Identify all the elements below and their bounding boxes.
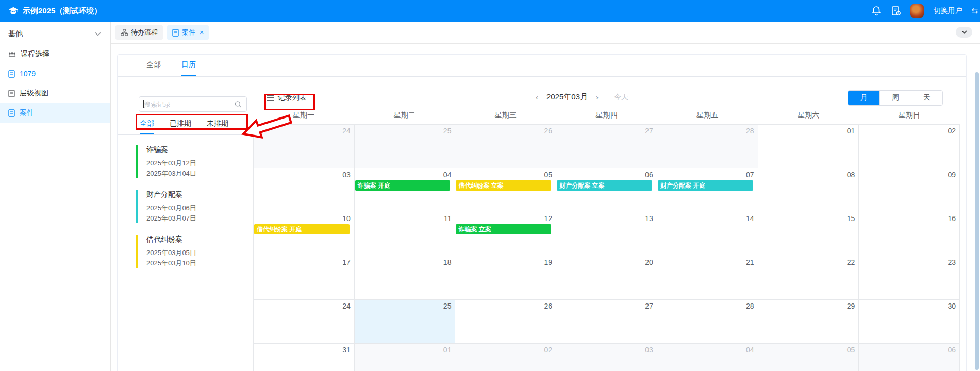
day-number: 09 [859, 168, 959, 179]
tab-calendar[interactable]: 日历 [181, 55, 196, 76]
close-tab-icon[interactable]: × [200, 29, 204, 36]
view-month-button[interactable]: 月 [848, 91, 879, 105]
calendar-event[interactable]: 借代纠纷案 立案 [456, 180, 551, 191]
calendar-cell[interactable]: 02 [455, 344, 556, 371]
filter-tabs: 全部 已排期 未排期 [118, 112, 253, 135]
calendar-cell[interactable]: 16 [859, 212, 960, 256]
swap-arrows-icon[interactable]: ⇆ [971, 6, 978, 15]
sidebar-item-course-select[interactable]: 课程选择 [0, 44, 110, 64]
calendar-cell[interactable]: 14 [657, 212, 758, 256]
case-item-fraud[interactable]: 诈骗案 2025年03月12日 2025年03月04日 [136, 145, 253, 178]
day-number: 19 [455, 256, 556, 266]
calendar-cell[interactable]: 25 [355, 125, 456, 168]
report-clock-icon[interactable] [891, 6, 901, 16]
calendar-cell[interactable]: 29 [758, 300, 859, 344]
case-item-property[interactable]: 财产分配案 2025年03月06日 2025年03月07日 [136, 190, 253, 223]
list-icon [267, 95, 274, 101]
next-month-button[interactable]: › [596, 93, 599, 101]
sidebar-group-header[interactable]: 基他 [0, 24, 110, 44]
calendar-cell[interactable]: 31 [254, 344, 355, 371]
day-number: 06 [556, 168, 657, 179]
collapse-tabs-button[interactable] [956, 27, 972, 38]
calendar-cell[interactable]: 18 [355, 256, 456, 300]
calendar-cell[interactable]: 04 [657, 344, 758, 371]
calendar-cell[interactable]: 15 [758, 212, 859, 256]
calendar-cell[interactable]: 21 [657, 256, 758, 300]
calendar-cell[interactable]: 11 [355, 212, 456, 256]
case-list: 诈骗案 2025年03月12日 2025年03月04日 财产分配案 2025年0… [118, 135, 253, 268]
card-body: 全部 已排期 未排期 诈骗案 2025年03月12日 2025年03月04日 [118, 77, 966, 371]
calendar-event[interactable]: 诈骗案 立案 [456, 224, 551, 234]
calendar-cell[interactable]: 24 [254, 300, 355, 344]
bell-icon[interactable] [871, 6, 882, 16]
record-list-button[interactable]: 记录列表 [267, 93, 307, 103]
calendar-cell[interactable]: 05借代纠纷案 立案 [455, 168, 556, 212]
calendar-cell[interactable]: 01 [355, 344, 456, 371]
workspace-tab-todo-flow[interactable]: 待办流程 [115, 25, 163, 40]
day-number: 25 [355, 125, 455, 135]
day-number: 14 [657, 212, 758, 223]
calendar-cell[interactable]: 24 [254, 125, 355, 168]
calendar-event[interactable]: 诈骗案 开庭 [355, 180, 451, 191]
calendar-cell[interactable]: 28 [657, 125, 758, 168]
workspace-tab-cases[interactable]: 案件 × [167, 25, 209, 40]
day-number: 01 [355, 344, 455, 354]
view-day-button[interactable]: 天 [911, 91, 942, 105]
day-number: 24 [254, 125, 354, 135]
calendar-cell[interactable]: 02 [859, 125, 960, 168]
calendar-cell[interactable]: 06 [859, 344, 960, 371]
calendar-event[interactable]: 借代纠纷案 开庭 [254, 224, 350, 234]
calendar-week-row: 0304诈骗案 开庭05借代纠纷案 立案06财产分配案 立案07财产分配案 开庭… [254, 168, 960, 212]
calendar-cell[interactable]: 17 [254, 256, 355, 300]
calendar-cell[interactable]: 06财产分配案 立案 [556, 168, 657, 212]
calendar-cell[interactable]: 26 [455, 125, 556, 168]
day-number: 28 [657, 300, 758, 310]
calendar-cell[interactable]: 10借代纠纷案 开庭 [254, 212, 355, 256]
switch-user-button[interactable]: 切换用户 [933, 6, 962, 15]
calendar-cell[interactable]: 03 [254, 168, 355, 212]
calendar-cell[interactable]: 22 [758, 256, 859, 300]
calendar-cell[interactable]: 30 [859, 300, 960, 344]
calendar-week-row: 10借代纠纷案 开庭1112诈骗案 立案13141516 [254, 212, 960, 256]
search-box[interactable] [139, 96, 247, 112]
calendar-cell[interactable]: 01 [758, 125, 859, 168]
calendar-cell[interactable]: 28 [657, 300, 758, 344]
calendar-cell[interactable]: 20 [556, 256, 657, 300]
sidebar-item-hierarchy-view[interactable]: 层级视图 [0, 83, 110, 103]
prev-month-button[interactable]: ‹ [536, 93, 538, 101]
calendar-view-switch: 月 周 天 [848, 90, 943, 106]
calendar-cell[interactable]: 05 [758, 344, 859, 371]
calendar-cell[interactable]: 03 [556, 344, 657, 371]
search-icon[interactable] [235, 100, 242, 108]
sidebar-item-1079[interactable]: 1079 [0, 64, 110, 83]
filter-tab-all[interactable]: 全部 [140, 119, 154, 134]
calendar-cell[interactable]: 13 [556, 212, 657, 256]
weekday-label: 星期六 [758, 111, 859, 124]
case-name: 财产分配案 [146, 190, 253, 199]
calendar-cell-today[interactable]: 25 [355, 300, 456, 344]
calendar-cell[interactable]: 04诈骗案 开庭 [355, 168, 456, 212]
calendar-cell[interactable]: 27 [556, 125, 657, 168]
calendar-event[interactable]: 财产分配案 开庭 [658, 180, 753, 191]
calendar-cell[interactable]: 08 [758, 168, 859, 212]
view-week-button[interactable]: 周 [879, 91, 911, 105]
search-input[interactable] [144, 100, 235, 108]
calendar-cell[interactable]: 07财产分配案 开庭 [657, 168, 758, 212]
calendar-cell[interactable]: 12诈骗案 立案 [455, 212, 556, 256]
filter-tab-scheduled[interactable]: 已排期 [170, 119, 191, 134]
user-avatar[interactable] [910, 4, 924, 18]
calendar-cell[interactable]: 27 [556, 300, 657, 344]
tab-all[interactable]: 全部 [146, 55, 161, 76]
sidebar-item-cases[interactable]: 案件 [0, 103, 110, 123]
today-button[interactable]: 今天 [614, 93, 628, 102]
calendar-cell[interactable]: 26 [455, 300, 556, 344]
calendar-cell[interactable]: 19 [455, 256, 556, 300]
graduation-cap-icon [8, 6, 19, 16]
calendar-cell[interactable]: 09 [859, 168, 960, 212]
calendar-cell[interactable]: 23 [859, 256, 960, 300]
case-item-loan-dispute[interactable]: 借代纠纷案 2025年03月05日 2025年03月10日 [136, 235, 253, 268]
vertical-scrollbar-thumb[interactable] [975, 72, 979, 370]
calendar-event[interactable]: 财产分配案 立案 [557, 180, 652, 191]
day-number: 10 [254, 212, 354, 223]
filter-tab-unscheduled[interactable]: 未排期 [207, 119, 228, 134]
